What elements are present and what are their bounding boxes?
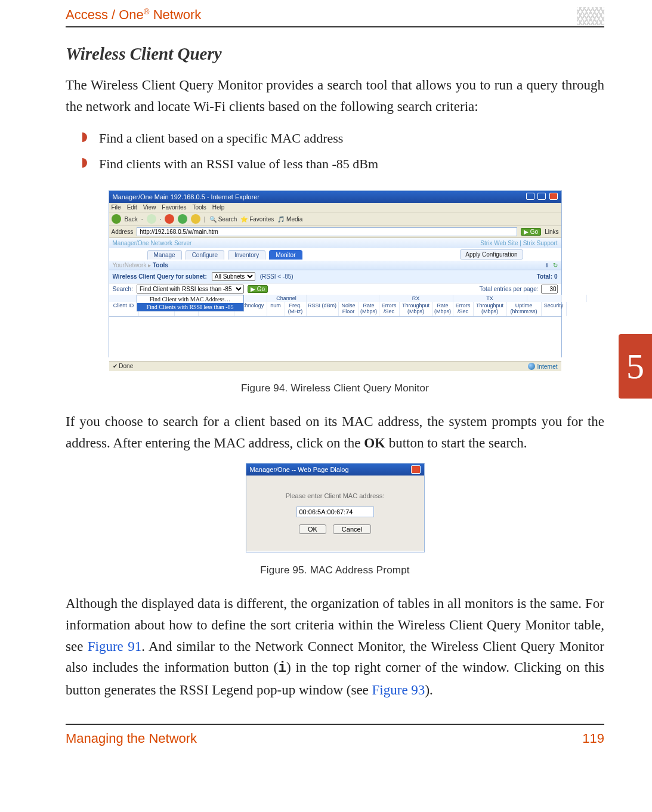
tools-bar: YourNetwork ▸ Tools i ↻ <box>109 261 561 270</box>
figure-95-caption: Figure 95. MAC Address Prompt <box>66 564 604 576</box>
ie-status-bar: ✔ Done Internet <box>109 361 561 371</box>
product-title: Access / One® Network <box>66 7 201 26</box>
rssi-note: (RSSI < -85) <box>260 273 293 280</box>
footer-section: Managing the Network <box>66 731 197 746</box>
links-label[interactable]: Links <box>545 229 558 235</box>
window-title: Manager/One Main 192.168.0.5 - Internet … <box>113 193 259 200</box>
product-prefix: Access / One <box>66 7 144 22</box>
col-header[interactable]: Rate (Mbps) <box>433 302 453 316</box>
refresh-icon[interactable] <box>178 214 187 224</box>
figure-95-image: Manager/One -- Web Page Dialog Please en… <box>246 463 425 552</box>
list-item: Find a client based on a specific MAC ad… <box>82 127 604 149</box>
refresh-icon[interactable]: ↻ <box>553 262 558 268</box>
menu-favorites[interactable]: Favorites <box>162 204 186 211</box>
address-label: Address <box>112 229 134 235</box>
header-links[interactable]: Strix Web Site | Strix Support <box>480 240 557 246</box>
reg-mark: ® <box>144 7 150 16</box>
dialog-titlebar: Manager/One -- Web Page Dialog <box>246 464 424 476</box>
close-icon[interactable] <box>411 465 421 474</box>
app-header: Manager/One Network Server Strix Web Sit… <box>109 238 561 248</box>
menu-tools[interactable]: Tools <box>192 204 206 211</box>
go-button[interactable]: ▶ Go <box>521 228 541 236</box>
col-header[interactable]: Client ID <box>109 302 139 316</box>
search-row: Search: Find Client with RSSI less than … <box>109 283 561 295</box>
tools-label[interactable]: Tools <box>153 262 168 268</box>
cancel-button[interactable]: Cancel <box>333 524 371 534</box>
product-suffix: Network <box>150 7 202 22</box>
search-dropdown-list: Find Client with MAC Address… Find Clien… <box>137 295 244 311</box>
tab-configure[interactable]: Configure <box>186 250 224 260</box>
info-button-glyph: i <box>278 660 286 676</box>
col-header[interactable]: Errors /Sec <box>453 302 474 316</box>
figure-94-caption: Figure 94. Wireless Client Query Monitor <box>66 382 604 394</box>
maximize-icon[interactable] <box>537 193 546 200</box>
col-header[interactable]: RSSI (dBm) <box>307 302 339 316</box>
address-bar: Address ▶ Go Links <box>109 226 561 238</box>
subnet-select[interactable]: All Subnets <box>212 272 255 281</box>
back-icon[interactable] <box>112 214 121 224</box>
stop-icon[interactable] <box>165 214 174 224</box>
col-header[interactable]: Freq. (MHz) <box>285 302 307 316</box>
close-icon[interactable] <box>549 193 558 200</box>
tab-inventory[interactable]: Inventory <box>228 250 265 260</box>
address-input[interactable] <box>137 227 517 236</box>
tab-monitor[interactable]: Monitor <box>269 250 302 260</box>
dropdown-option-selected[interactable]: Find Clients with RSSI less than -85 <box>137 303 243 311</box>
menu-view[interactable]: View <box>143 204 156 211</box>
entries-label: Total entries per page: <box>480 286 539 292</box>
search-select[interactable]: Find Client with RSSI less than -85 <box>137 285 244 294</box>
col-header[interactable]: num <box>267 302 285 316</box>
chapter-tab: 5 <box>619 334 652 399</box>
figure-94: Manager/One Main 192.168.0.5 - Internet … <box>66 190 604 394</box>
apply-configuration-button[interactable]: Apply Configuration <box>460 249 523 260</box>
col-header[interactable]: Noise Floor <box>339 302 359 316</box>
server-label: Manager/One Network Server <box>113 240 192 246</box>
col-header[interactable]: Throughput (Mbps) <box>474 302 507 316</box>
forward-icon[interactable] <box>147 214 156 224</box>
page-footer: Managing the Network 119 <box>66 724 604 746</box>
status-internet: Internet <box>528 363 558 370</box>
home-icon[interactable] <box>191 214 200 224</box>
col-header[interactable]: Throughput (Mbps) <box>400 302 433 316</box>
tab-manage[interactable]: Manage <box>147 250 182 260</box>
col-header[interactable]: Uptime (hh:mm:ss) <box>507 302 542 316</box>
page-number: 119 <box>582 731 604 746</box>
group-rx: RX <box>379 295 453 302</box>
search-button[interactable]: 🔍 Search <box>209 216 237 223</box>
globe-icon <box>528 363 535 370</box>
favorites-button[interactable]: ⭐ Favorites <box>240 216 274 223</box>
list-item: Find clients with an RSSI value of less … <box>82 153 604 175</box>
query-bar: Wireless Client Query for subnet: All Su… <box>109 270 561 283</box>
figure-91-link[interactable]: Figure 91 <box>88 639 141 654</box>
col-header[interactable]: Errors /Sec <box>379 302 400 316</box>
status-done: ✔ Done <box>113 363 134 370</box>
brand-mark-icon <box>577 7 604 25</box>
window-controls <box>525 193 557 201</box>
media-button[interactable]: 🎵 Media <box>277 216 302 223</box>
figure-93-link[interactable]: Figure 93 <box>372 683 425 697</box>
dialog-title: Manager/One -- Web Page Dialog <box>250 466 349 473</box>
mac-paragraph: If you choose to search for a client bas… <box>66 411 604 453</box>
window-titlebar: Manager/One Main 192.168.0.5 - Internet … <box>109 191 561 203</box>
menu-edit[interactable]: Edit <box>127 204 137 211</box>
col-header[interactable]: Rate (Mbps) <box>359 302 379 316</box>
total-label: Total: 0 <box>537 273 558 280</box>
criteria-list: Find a client based on a specific MAC ad… <box>82 127 604 175</box>
group-channel: Channel <box>267 295 307 302</box>
dropdown-option[interactable]: Find Client with MAC Address… <box>137 295 243 303</box>
entries-input[interactable] <box>541 285 558 294</box>
intro-paragraph: The Wireless Client Query Monitor provid… <box>66 75 604 117</box>
ok-button[interactable]: OK <box>299 524 326 534</box>
ie-toolbar: Back · · | 🔍 Search ⭐ Favorites 🎵 Media <box>109 212 561 226</box>
back-label[interactable]: Back <box>125 216 138 223</box>
info-icon[interactable]: i <box>546 262 548 268</box>
mac-address-input[interactable] <box>296 507 374 517</box>
col-header[interactable]: Security <box>542 302 567 316</box>
go-search-button[interactable]: ▶ Go <box>248 285 268 293</box>
menu-help[interactable]: Help <box>212 204 225 211</box>
dialog-body: Please enter Client MAC address: OK Canc… <box>246 476 424 551</box>
menu-file[interactable]: File <box>112 204 121 211</box>
col-client <box>109 295 139 302</box>
minimize-icon[interactable] <box>526 193 534 200</box>
header-rule <box>66 26 604 27</box>
